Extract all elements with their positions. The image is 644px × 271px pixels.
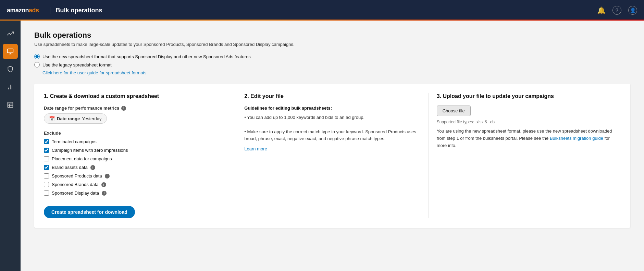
info-icon-brand-assets[interactable]: i	[90, 165, 95, 170]
checkbox-option-terminated[interactable]: Terminated campaigns	[44, 139, 227, 144]
checkboxes-container: Terminated campaignsCampaign items with …	[44, 139, 227, 196]
info-icon-sponsored-display[interactable]: i	[102, 191, 107, 196]
radio-group: Use the new spreadsheet format that supp…	[34, 54, 630, 75]
svg-rect-0	[8, 49, 13, 53]
sidebar-item-barchart[interactable]	[3, 79, 18, 95]
checkbox-sponsored-products[interactable]	[44, 173, 49, 178]
checkbox-label-zero-impressions: Campaign items with zero impressions	[52, 148, 128, 153]
col3-title: 3. Upload your file to update your campa…	[437, 93, 612, 99]
page-subtitle: Use spreadsheets to make large-scale upd…	[34, 42, 630, 47]
sidebar	[0, 21, 21, 271]
calendar-icon: 📅	[49, 116, 55, 121]
checkbox-label-sponsored-display: Sponsored Display data	[52, 190, 99, 196]
col1-title: 1. Create & download a custom spreadshee…	[44, 93, 227, 99]
checkbox-label-brand-assets: Brand assets data	[52, 165, 88, 170]
three-columns: 1. Create & download a custom spreadshee…	[34, 84, 630, 228]
bulksheets-link[interactable]: Bulksheets migration guide	[550, 136, 603, 141]
col-create: 1. Create & download a custom spreadshee…	[44, 93, 236, 218]
checkbox-terminated[interactable]	[44, 139, 49, 144]
radio-new-format[interactable]: Use the new spreadsheet format that supp…	[34, 54, 630, 59]
date-range-value: Yesterday	[82, 116, 101, 121]
exclude-label: Exclude	[44, 131, 227, 136]
top-nav: amazonads Bulk operations 🔔 ? 👤	[0, 0, 644, 21]
checkbox-zero-impressions[interactable]	[44, 148, 49, 153]
radio-legacy-format[interactable]: Use the legacy spreadsheet format	[34, 62, 630, 67]
info-icon-sponsored-products[interactable]: i	[105, 174, 110, 178]
supported-types: Supported file types: .xlsx & .xls	[437, 120, 612, 124]
choose-file-button[interactable]: Choose file	[437, 106, 471, 116]
col2-title: 2. Edit your file	[244, 93, 420, 99]
user-icon[interactable]: 👤	[628, 6, 637, 15]
checkbox-option-sponsored-brands[interactable]: Sponsored Brands datai	[44, 182, 227, 187]
radio-new-label: Use the new spreadsheet format that supp…	[42, 54, 251, 59]
checkbox-label-placement: Placement data for campaigns	[52, 156, 112, 161]
checkbox-option-sponsored-display[interactable]: Sponsored Display datai	[44, 190, 227, 196]
col-upload: 3. Upload your file to update your campa…	[429, 93, 621, 218]
date-range-btn-label: Date range	[57, 116, 80, 121]
info-icon-sponsored-brands[interactable]: i	[101, 182, 106, 187]
create-spreadsheet-button[interactable]: Create spreadsheet for download	[44, 206, 135, 218]
guidelines-title: Guidelines for editing bulk spreadsheets…	[244, 106, 420, 111]
sidebar-item-shield[interactable]	[3, 62, 18, 77]
checkbox-option-sponsored-products[interactable]: Sponsored Products datai	[44, 173, 227, 178]
checkbox-sponsored-display[interactable]	[44, 190, 49, 196]
page-title: Bulk operations	[34, 31, 630, 40]
sidebar-item-table[interactable]	[3, 97, 18, 112]
user-guide-link[interactable]: Click here for the user guide for spread…	[42, 70, 630, 75]
checkbox-label-terminated: Terminated campaigns	[52, 139, 97, 144]
checkbox-placement[interactable]	[44, 156, 49, 161]
radio-legacy-label: Use the legacy spreadsheet format	[42, 62, 112, 67]
date-range-label: Date range for performance metrics i	[44, 106, 227, 111]
guideline1: • You can add up to 1,000 keywords and b…	[244, 114, 420, 143]
checkbox-label-sponsored-products: Sponsored Products data	[52, 173, 102, 178]
checkbox-brand-assets[interactable]	[44, 165, 49, 170]
help-icon[interactable]: ?	[612, 6, 621, 15]
main-content: Bulk operations Use spreadsheets to make…	[21, 21, 644, 271]
col-edit: 2. Edit your file Guidelines for editing…	[236, 93, 428, 218]
sidebar-item-trending[interactable]	[3, 26, 18, 41]
date-range-info-icon[interactable]: i	[121, 106, 126, 111]
checkbox-label-sponsored-brands: Sponsored Brands data	[52, 182, 99, 187]
upload-info: You are using the new spreadsheet format…	[437, 128, 612, 149]
checkbox-sponsored-brands[interactable]	[44, 182, 49, 187]
checkbox-option-placement[interactable]: Placement data for campaigns	[44, 156, 227, 161]
nav-title: Bulk operations	[50, 7, 102, 14]
checkbox-option-brand-assets[interactable]: Brand assets datai	[44, 165, 227, 170]
checkbox-option-zero-impressions[interactable]: Campaign items with zero impressions	[44, 148, 227, 153]
sidebar-item-campaign[interactable]	[3, 44, 18, 59]
logo-area: amazonads Bulk operations	[7, 7, 102, 14]
svg-rect-6	[8, 102, 13, 108]
radio-new-input[interactable]	[34, 54, 40, 59]
amazon-logo: amazonads	[7, 7, 39, 14]
date-range-button[interactable]: 📅 Date range Yesterday	[44, 113, 107, 124]
bell-icon[interactable]: 🔔	[597, 6, 606, 14]
nav-icons: 🔔 ? 👤	[597, 6, 637, 15]
layout: Bulk operations Use spreadsheets to make…	[0, 21, 644, 271]
learn-more-link[interactable]: Learn more	[244, 146, 267, 151]
radio-legacy-input[interactable]	[34, 62, 40, 67]
